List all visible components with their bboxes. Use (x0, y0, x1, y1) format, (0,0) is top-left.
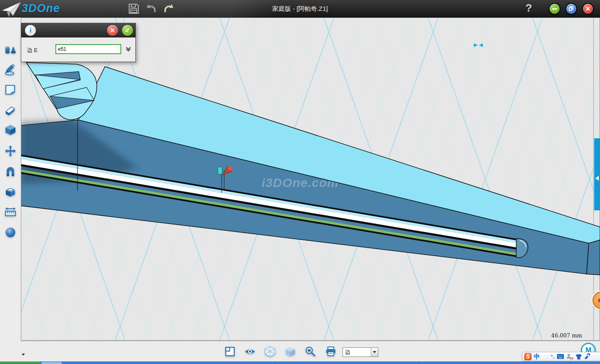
edge-info-dialog: i ✕ ✓ 边 E (21, 23, 136, 62)
dialog-header[interactable]: i ✕ ✓ (21, 23, 135, 37)
sketch-pencil-icon[interactable] (4, 63, 17, 76)
os-taskbar-sliver (0, 362, 600, 364)
expand-chevron-icon[interactable] (125, 44, 132, 54)
measure-ruler-icon[interactable] (4, 206, 17, 218)
user-count-icon[interactable]: 14 (566, 353, 573, 360)
help-icon[interactable]: ? (523, 2, 534, 15)
community-badge-count: 67 (598, 297, 600, 304)
view-layout-icon[interactable] (225, 346, 235, 357)
dialog-body: 边 E (21, 37, 135, 62)
soft-keyboard-icon[interactable] (557, 354, 564, 359)
dialog-confirm-button[interactable]: ✓ (122, 25, 133, 36)
zoom-snapshot-icon[interactable] (305, 346, 316, 357)
filter-dropdown-arrow[interactable] (371, 348, 378, 357)
view-toolbar: 边 (0, 341, 600, 362)
info-icon: i (25, 25, 36, 36)
magnet-constraint-icon[interactable] (4, 165, 17, 178)
restore-button[interactable] (565, 3, 577, 15)
filter-dropdown[interactable]: 边 (342, 347, 378, 357)
assembly-box-icon[interactable] (4, 185, 17, 198)
dialog-cancel-button[interactable]: ✕ (107, 25, 118, 36)
collapse-arrow-icon (595, 176, 599, 181)
close-button[interactable]: ✕ (582, 3, 594, 15)
sogou-logo[interactable]: S (524, 353, 532, 360)
move-icon[interactable] (4, 145, 17, 157)
render-sphere-icon[interactable] (4, 226, 17, 239)
sketch-plane-icon[interactable] (4, 83, 17, 96)
taskbar-start-segment (0, 362, 40, 364)
window-title: 家庭版 - [阿帕奇.Z1] (0, 0, 600, 17)
measurement-readout: 46.007 mm (542, 332, 592, 339)
profile-menu-caret[interactable] (22, 354, 25, 356)
collapse-panel-tab[interactable] (594, 138, 600, 210)
solid-cube-icon[interactable] (4, 124, 17, 136)
user-count-text: 14 (570, 357, 573, 360)
wireframe-display-icon[interactable] (265, 346, 275, 357)
ime-toolbar: S 中 °, 14 (522, 352, 600, 361)
tool-sidebar (0, 17, 21, 364)
visibility-eye-icon[interactable] (245, 346, 255, 357)
sweep-eraser-icon[interactable] (4, 104, 17, 116)
settings-wrench-icon[interactable] (584, 353, 591, 360)
edge-field-label: 边 E (27, 47, 38, 54)
taskbar-active-segment (42, 362, 62, 364)
shaded-display-icon[interactable] (285, 346, 296, 357)
viewport-3d[interactable] (21, 17, 600, 341)
chinese-mode-icon[interactable]: 中 (534, 353, 540, 361)
skin-shirt-icon[interactable] (575, 354, 582, 360)
edge-field-input[interactable] (55, 44, 121, 54)
minimize-button[interactable] (549, 3, 560, 15)
fullwidth-moon-icon[interactable] (542, 353, 549, 360)
punctuation-icon[interactable]: °, (551, 354, 555, 359)
print-icon[interactable] (325, 346, 336, 357)
filter-dropdown-value: 边 (343, 349, 371, 356)
primitives-icon[interactable] (4, 43, 17, 56)
title-bar: 3DOne 家庭版 - [阿帕奇.Z1] ? ✕ (0, 0, 600, 17)
